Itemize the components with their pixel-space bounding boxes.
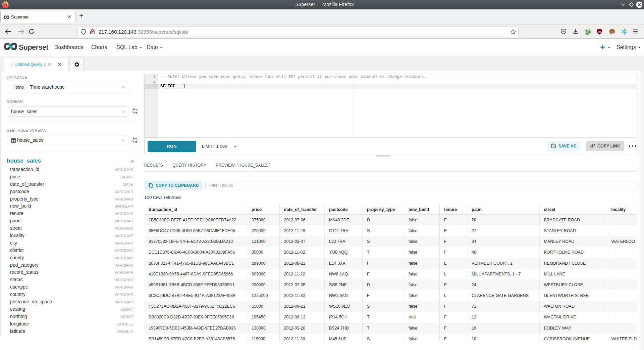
svg-text:uO: uO bbox=[598, 31, 601, 33]
